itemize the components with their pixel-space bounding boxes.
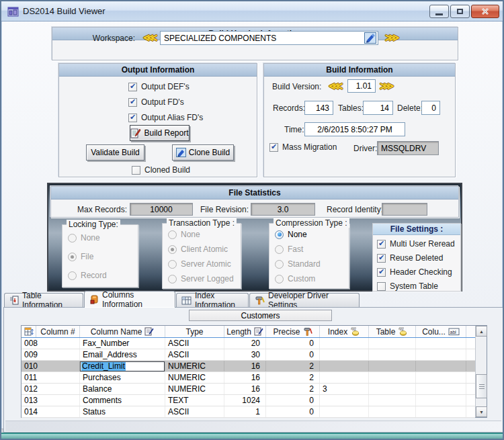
cell-length[interactable]: 1 [224,406,266,417]
cell-name[interactable]: Fax_Number [80,338,165,349]
table-row[interactable]: 012 Balance NUMERIC 16 2 3 [22,384,475,395]
cell-index[interactable]: 3 [320,384,369,394]
column-name-header[interactable]: Column Name [80,326,165,337]
maximize-button[interactable] [450,5,470,18]
table-name-header[interactable]: Customers [189,310,332,321]
table-row[interactable]: 014 Status ASCII 1 0 [22,406,475,418]
system-table-checkbox[interactable]: System Table [377,281,438,291]
cell-name[interactable]: Email_Address [80,349,165,360]
cell-table[interactable] [369,406,416,417]
cell-length[interactable]: 20 [224,338,266,349]
cloned-build-checkbox[interactable]: Cloned Build [132,165,190,175]
cell-length[interactable]: 16 [224,372,266,383]
cell-id[interactable]: 009 [22,349,80,360]
cell-length[interactable]: 1024 [224,395,266,406]
column-no-header[interactable]: Column # [36,326,80,337]
tab-developer-driver-settings[interactable]: Developer Driver Settings [249,293,360,307]
output-fds-checkbox[interactable]: Output FD's [128,97,184,107]
cell-type[interactable]: TEXT [165,395,224,406]
cell-length[interactable]: 16 [224,384,266,394]
cell-table[interactable] [369,349,416,360]
table-header[interactable]: Table xy [369,326,416,337]
close-button[interactable] [471,5,499,18]
cell-table[interactable] [369,384,416,394]
build-version-input[interactable]: 1.01 [347,79,376,93]
minimize-button[interactable] [429,5,449,18]
multi-user-reread-checkbox[interactable]: Multi User Reread [377,239,455,249]
cell-id[interactable]: 013 [22,395,80,406]
cell-precise[interactable]: 0 [266,406,320,417]
type-header[interactable]: Type [165,326,224,337]
cell-table[interactable] [369,372,416,383]
build-version-prev-button[interactable]: ⋘ [329,81,343,91]
vertical-scrollbar[interactable]: ▲ ▼ [475,326,487,417]
scroll-up-button[interactable]: ▲ [476,326,487,337]
cell-type[interactable]: ASCII [165,406,224,417]
workspace-next-button[interactable]: ⋙ [385,32,399,42]
colu-header[interactable]: Colu... abl [416,326,466,337]
cell-length[interactable]: 16 [224,361,266,371]
cell-index[interactable] [320,349,369,360]
cell-name[interactable]: Status [80,406,165,417]
workspace-prev-button[interactable]: ⋘ [143,32,157,42]
build-version-next-button[interactable]: ⋙ [380,81,394,91]
cell-table[interactable] [369,338,416,349]
scrollbar-thumb[interactable] [476,374,487,398]
cell-id[interactable]: 008 [22,338,80,349]
cell-index[interactable] [320,406,369,417]
cell-type[interactable]: NUMERIC [165,361,224,371]
table-row-selected[interactable]: 010 Credit_Limit NUMERIC 16 2 [22,361,475,372]
cell-name[interactable]: Balance [80,384,165,394]
cell-edit-input[interactable]: Credit_Limit [80,361,165,371]
cell-type[interactable]: NUMERIC [165,372,224,383]
cell-length[interactable]: 30 [224,349,266,360]
horizontal-scroll-area[interactable] [5,421,501,431]
compression-none-radio[interactable]: None [275,230,307,239]
cell-table[interactable] [369,395,416,406]
cell-name-editing[interactable]: Credit_Limit [80,361,165,371]
cell-precise[interactable]: 0 [266,395,320,406]
cell-colu[interactable] [416,338,466,349]
output-alias-fds-checkbox[interactable]: Output Alias FD's [128,113,203,122]
build-report-button[interactable]: Build Report [130,125,190,141]
cell-id[interactable]: 014 [22,406,80,417]
length-header[interactable]: Length [224,326,266,337]
cell-type[interactable]: ASCII [165,349,224,360]
tab-index-information[interactable]: Index Information [176,293,249,307]
header-checking-checkbox[interactable]: Header Checking [377,267,452,277]
scroll-down-button[interactable]: ▼ [476,406,487,417]
cell-precise[interactable]: 2 [266,384,320,394]
cell-id[interactable]: 010 [22,361,80,371]
cell-table[interactable] [369,361,416,371]
cell-type[interactable]: ASCII [165,338,224,349]
cell-index[interactable] [320,338,369,349]
tab-table-information[interactable]: Table Information [4,293,83,307]
cell-name[interactable]: Purchases [80,372,165,383]
cell-colu[interactable] [416,349,466,360]
index-header[interactable]: Index xy [320,326,369,337]
cell-name[interactable]: Comments [80,395,165,406]
cell-index[interactable] [320,372,369,383]
cell-precise[interactable]: 2 [266,372,320,383]
table-row[interactable]: 013 Comments TEXT 1024 0 [22,395,475,406]
table-row[interactable]: 009 Email_Address ASCII 30 0 [22,349,475,361]
cell-colu[interactable] [416,384,466,394]
row-selector-header[interactable] [22,326,36,337]
cell-id[interactable]: 011 [22,372,80,383]
workspace-input[interactable]: SPECIALIZED COMPONENTS [160,31,378,45]
reuse-deleted-checkbox[interactable]: Reuse Deleted [377,253,443,263]
validate-build-button[interactable]: Validate Build [86,144,144,161]
cell-precise[interactable]: 0 [266,338,320,349]
workspace-edit-icon[interactable] [364,32,376,44]
cell-colu[interactable] [416,406,466,417]
cell-type[interactable]: NUMERIC [165,384,224,394]
table-row[interactable]: 008 Fax_Number ASCII 20 0 [22,338,475,349]
precise-header[interactable]: Precise [266,326,320,337]
mass-migration-checkbox[interactable]: Mass Migration [269,142,337,152]
output-defs-checkbox[interactable]: Output DEF's [128,82,190,91]
cell-index[interactable] [320,361,369,371]
cell-colu[interactable] [416,361,466,371]
cell-colu[interactable] [416,395,466,406]
cell-precise[interactable]: 2 [266,361,320,371]
table-row[interactable]: 011 Purchases NUMERIC 16 2 [22,372,475,384]
